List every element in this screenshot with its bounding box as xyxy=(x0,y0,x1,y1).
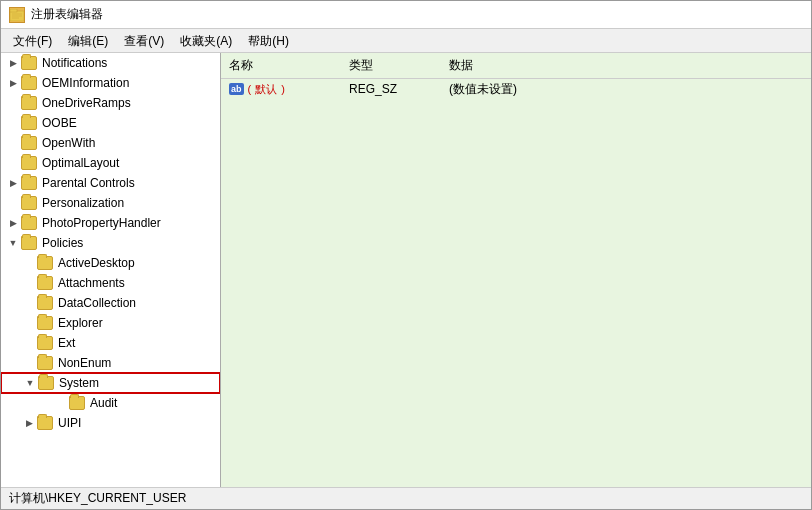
tree-item-oeminformation[interactable]: ▶ OEMInformation xyxy=(1,73,220,93)
tree-label-oobe: OOBE xyxy=(40,116,77,130)
folder-icon-openwith xyxy=(21,136,37,150)
tree-item-optimallayout[interactable]: OptimalLayout xyxy=(1,153,220,173)
folder-icon-oobe xyxy=(21,116,37,130)
tree-item-activedesktop[interactable]: ActiveDesktop xyxy=(1,253,220,273)
col-header-type: 类型 xyxy=(341,55,441,76)
folder-icon-system xyxy=(38,376,54,390)
expand-system[interactable]: ▼ xyxy=(22,375,38,391)
tree-item-oobe[interactable]: OOBE xyxy=(1,113,220,133)
tree-label-uipi: UIPI xyxy=(56,416,81,430)
tree-label-notifications: Notifications xyxy=(40,56,107,70)
tree-item-openwith[interactable]: OpenWith xyxy=(1,133,220,153)
tree-label-photopropertyhandler: PhotoPropertyHandler xyxy=(40,216,161,230)
folder-icon-onedriveramps xyxy=(21,96,37,110)
tree-item-ext[interactable]: Ext xyxy=(1,333,220,353)
detail-body: ab (默认) REG_SZ (数值未设置) xyxy=(221,79,811,487)
tree-item-nonenum[interactable]: NonEnum xyxy=(1,353,220,373)
folder-icon-audit xyxy=(69,396,85,410)
tree-label-activedesktop: ActiveDesktop xyxy=(56,256,135,270)
folder-icon-nonenum xyxy=(37,356,53,370)
tree-label-audit: Audit xyxy=(88,396,117,410)
folder-icon-notifications xyxy=(21,56,37,70)
tree-item-onedriveramps[interactable]: OneDriveRamps xyxy=(1,93,220,113)
folder-icon-optimallayout xyxy=(21,156,37,170)
folder-icon-attachments xyxy=(37,276,53,290)
tree-item-datacollection[interactable]: DataCollection xyxy=(1,293,220,313)
detail-cell-type: REG_SZ xyxy=(341,80,441,98)
detail-header: 名称 类型 数据 xyxy=(221,53,811,79)
tree-label-system: System xyxy=(57,376,99,390)
app-icon xyxy=(9,7,25,23)
tree-label-ext: Ext xyxy=(56,336,75,350)
expand-notifications[interactable]: ▶ xyxy=(5,55,21,71)
title-bar: 注册表编辑器 xyxy=(1,1,811,29)
expand-photopropertyhandler[interactable]: ▶ xyxy=(5,215,21,231)
menu-favorites[interactable]: 收藏夹(A) xyxy=(172,31,240,50)
tree-item-policies[interactable]: ▼ Policies xyxy=(1,233,220,253)
table-row[interactable]: ab (默认) REG_SZ (数值未设置) xyxy=(221,79,811,99)
col-header-name: 名称 xyxy=(221,55,341,76)
folder-icon-activedesktop xyxy=(37,256,53,270)
tree-item-parentalcontrols[interactable]: ▶ Parental Controls xyxy=(1,173,220,193)
menu-help[interactable]: 帮助(H) xyxy=(240,31,297,50)
tree-label-personalization: Personalization xyxy=(40,196,124,210)
tree-item-system[interactable]: ▼ System xyxy=(1,373,220,393)
folder-icon-datacollection xyxy=(37,296,53,310)
folder-icon-ext xyxy=(37,336,53,350)
folder-icon-personalization xyxy=(21,196,37,210)
tree-label-nonenum: NonEnum xyxy=(56,356,111,370)
tree-label-attachments: Attachments xyxy=(56,276,125,290)
tree-item-photopropertyhandler[interactable]: ▶ PhotoPropertyHandler xyxy=(1,213,220,233)
folder-icon-parentalcontrols xyxy=(21,176,37,190)
tree-label-parentalcontrols: Parental Controls xyxy=(40,176,135,190)
detail-default-label: ( xyxy=(248,83,252,95)
expand-oeminformation[interactable]: ▶ xyxy=(5,75,21,91)
col-header-data: 数据 xyxy=(441,55,811,76)
folder-icon-oeminformation xyxy=(21,76,37,90)
folder-icon-policies xyxy=(21,236,37,250)
tree-item-attachments[interactable]: Attachments xyxy=(1,273,220,293)
folder-icon-explorer xyxy=(37,316,53,330)
folder-icon-uipi xyxy=(37,416,53,430)
svg-rect-1 xyxy=(10,9,17,12)
tree-item-audit[interactable]: Audit xyxy=(1,393,220,413)
menu-bar: 文件(F) 编辑(E) 查看(V) 收藏夹(A) 帮助(H) xyxy=(1,29,811,53)
tree-item-personalization[interactable]: Personalization xyxy=(1,193,220,213)
ab-icon: ab xyxy=(229,83,244,95)
tree-label-onedriveramps: OneDriveRamps xyxy=(40,96,131,110)
detail-cell-data: (数值未设置) xyxy=(441,79,811,100)
menu-file[interactable]: 文件(F) xyxy=(5,31,60,50)
window-title: 注册表编辑器 xyxy=(31,6,103,23)
main-content: ▶ Notifications ▶ OEMInformation OneDriv… xyxy=(1,53,811,487)
folder-icon-photopropertyhandler xyxy=(21,216,37,230)
tree-label-optimallayout: OptimalLayout xyxy=(40,156,119,170)
expand-policies[interactable]: ▼ xyxy=(5,235,21,251)
menu-edit[interactable]: 编辑(E) xyxy=(60,31,116,50)
tree-label-policies: Policies xyxy=(40,236,83,250)
expand-uipi[interactable]: ▶ xyxy=(21,415,37,431)
tree-label-openwith: OpenWith xyxy=(40,136,95,150)
menu-view[interactable]: 查看(V) xyxy=(116,31,172,50)
tree-label-explorer: Explorer xyxy=(56,316,103,330)
tree-label-oeminformation: OEMInformation xyxy=(40,76,129,90)
tree-item-uipi[interactable]: ▶ UIPI xyxy=(1,413,220,433)
tree-label-datacollection: DataCollection xyxy=(56,296,136,310)
expand-parentalcontrols[interactable]: ▶ xyxy=(5,175,21,191)
detail-panel: 名称 类型 数据 ab (默认) REG_SZ (数值未设置) xyxy=(221,53,811,487)
detail-cell-name: ab (默认) xyxy=(221,80,341,99)
tree-item-explorer[interactable]: Explorer xyxy=(1,313,220,333)
tree-item-notifications[interactable]: ▶ Notifications xyxy=(1,53,220,73)
registry-tree[interactable]: ▶ Notifications ▶ OEMInformation OneDriv… xyxy=(1,53,221,487)
registry-editor-window: 注册表编辑器 文件(F) 编辑(E) 查看(V) 收藏夹(A) 帮助(H) ▶ … xyxy=(0,0,812,510)
status-text: 计算机\HKEY_CURRENT_USER xyxy=(9,490,186,507)
status-bar: 计算机\HKEY_CURRENT_USER xyxy=(1,487,811,509)
